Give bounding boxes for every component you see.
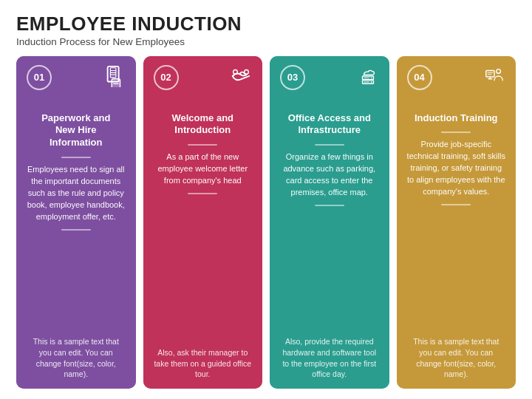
card-4-divider xyxy=(441,132,471,133)
card-2-text2: Also, ask their manager to take them on … xyxy=(154,343,253,380)
card-3-divider2 xyxy=(315,205,344,206)
card-1-header: 01 xyxy=(16,56,136,98)
card-office: 03 Office Access and xyxy=(270,56,389,389)
page-subtitle: Induction Process for New Employees xyxy=(16,36,516,47)
svg-point-12 xyxy=(370,77,372,78)
card-1-divider2 xyxy=(61,229,91,231)
card-3-divider xyxy=(315,144,344,146)
card-2-divider xyxy=(188,144,217,146)
svg-point-16 xyxy=(497,69,501,73)
card-1-number: 01 xyxy=(27,65,52,90)
card-1-body: Paperwork and New Hire Information Emplo… xyxy=(16,98,136,389)
page-title: EMPLOYEE INDUCTION xyxy=(16,13,516,35)
card-paperwork: 01 Paperwork and New Hire Informat xyxy=(16,56,136,389)
card-1-divider xyxy=(61,157,91,158)
card-3-text2: Also, provide the required hardware and … xyxy=(280,332,379,380)
card-2-text1: As a part of the new employee welcome le… xyxy=(154,151,253,187)
card-3-number: 03 xyxy=(280,65,305,90)
card-3-header: 03 xyxy=(270,56,389,98)
card-2-divider2 xyxy=(188,193,217,194)
card-2-title: Welcome and Introduction xyxy=(154,106,253,145)
card-2-header: 02 xyxy=(143,56,263,98)
card-4-body: Induction Training Provide job-specific … xyxy=(397,98,516,389)
svg-point-9 xyxy=(245,69,249,74)
svg-point-13 xyxy=(370,81,372,83)
card-3-text1: Organize a few things in advance such as… xyxy=(280,151,379,199)
card-4-number: 04 xyxy=(407,65,432,90)
card-welcome: 02 Welcome and Introduction As a part of… xyxy=(143,56,263,389)
card-1-title: Paperwork and New Hire Information xyxy=(27,106,126,157)
card-4-header: 04 xyxy=(397,56,516,98)
card-4-divider2 xyxy=(441,204,471,205)
card-training: 04 Induction Training xyxy=(397,56,516,389)
card-4-text2: This is a sample text that you can edit.… xyxy=(407,332,506,380)
svg-rect-17 xyxy=(486,70,494,76)
card-4-text1: Provide job-specific technical training,… xyxy=(407,139,506,198)
card-1-text2: This is a sample text that you can edit.… xyxy=(27,332,126,380)
cards-row: 01 Paperwork and New Hire Informat xyxy=(16,56,516,389)
handshake-icon xyxy=(230,65,252,90)
card-1-text1: Employees need to sign all the important… xyxy=(27,164,126,223)
training-icon xyxy=(483,65,505,90)
page: EMPLOYEE INDUCTION Induction Process for… xyxy=(0,0,532,399)
document-icon xyxy=(103,65,126,90)
card-3-title: Office Access and Infrastructure xyxy=(280,106,379,145)
server-icon xyxy=(357,65,379,90)
card-2-body: Welcome and Introduction As a part of th… xyxy=(143,98,263,389)
card-2-number: 02 xyxy=(154,65,179,90)
svg-rect-5 xyxy=(112,78,120,86)
card-4-title: Induction Training xyxy=(407,106,506,132)
card-3-body: Office Access and Infrastructure Organiz… xyxy=(270,98,389,389)
